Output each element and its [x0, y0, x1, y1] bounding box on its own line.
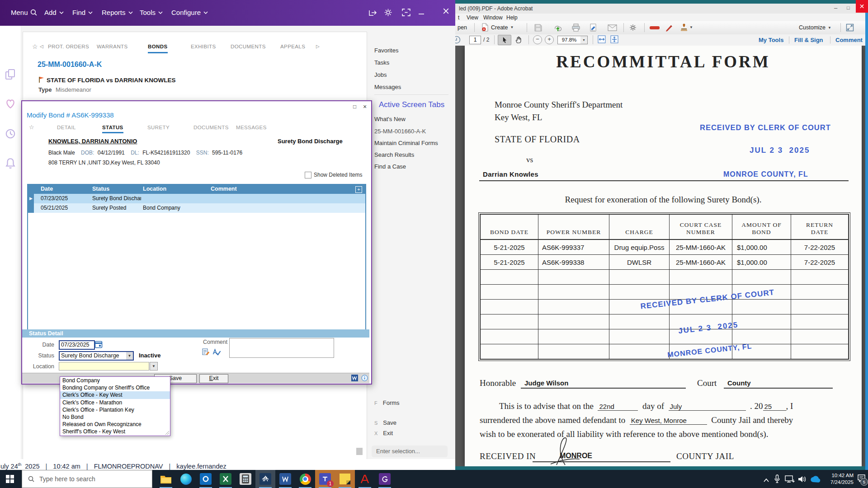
taskbar-edge[interactable] [176, 470, 196, 488]
close-icon[interactable] [442, 7, 450, 15]
option-no-bond[interactable]: No Bond [60, 413, 170, 421]
zoom-in-button[interactable]: + [545, 35, 554, 44]
dialog-tab-documents[interactable]: DOCUMENTS [193, 125, 229, 130]
tray-microphone-icon[interactable] [774, 474, 780, 485]
tab-bonds[interactable]: BONDS [148, 44, 168, 53]
collapse-left-icon[interactable]: ◁ [40, 44, 43, 49]
bell-icon[interactable] [5, 157, 16, 171]
taskbar-calculator[interactable] [236, 470, 255, 488]
dialog-close-icon[interactable]: × [363, 103, 367, 110]
comment-textarea[interactable] [229, 338, 334, 358]
acrobat-minimize-icon[interactable]: – [834, 5, 837, 11]
start-button[interactable] [0, 470, 20, 488]
tab-documents[interactable]: DOCUMENTS [231, 44, 266, 49]
location-input[interactable] [59, 362, 149, 371]
menu-item-configure[interactable]: Configure [171, 9, 208, 16]
tray-onedrive-icon[interactable] [810, 476, 821, 484]
minimize-icon[interactable] [418, 8, 425, 16]
highlight-minus-icon[interactable] [650, 26, 660, 29]
create-button[interactable]: Create ▼ [481, 23, 514, 32]
my-tools-button[interactable]: My Tools [759, 37, 783, 43]
tray-action-center-icon[interactable]: 5 [857, 474, 866, 484]
export-icon[interactable] [368, 8, 378, 17]
dialog-maximize-icon[interactable]: □ [353, 103, 356, 110]
menu-window[interactable]: Window [483, 14, 503, 21]
customize-button[interactable]: Customize ▼ [799, 24, 831, 31]
scroll-corner[interactable] [356, 448, 363, 455]
tab-warrants[interactable]: WARRANTS [97, 44, 128, 49]
sidebar-item-favorites[interactable]: Favorites [374, 47, 398, 54]
resize-grip-icon[interactable] [165, 430, 170, 435]
comment-button[interactable]: Comment [835, 37, 863, 43]
screen-tab-maintain-criminal-forms[interactable]: Maintain Criminal Forms [374, 140, 438, 146]
tray-clock[interactable]: 10:42 AM 7/24/2025 [824, 472, 854, 486]
fit-width-icon[interactable] [597, 35, 606, 45]
sidebar-item-messages[interactable]: Messages [374, 84, 401, 90]
grid-row[interactable]: 05/21/2025 Surety Posted Bond Company [28, 203, 365, 213]
zoom-dropdown-arrow[interactable]: ▼ [580, 36, 588, 44]
favorite-star-icon[interactable]: ☆ [32, 43, 38, 50]
grid-row-selected[interactable]: ▶ 07/23/2025 Surety Bond Discharge [28, 194, 365, 203]
sidebar-action-forms[interactable]: FForms [374, 399, 400, 406]
option-clerks-office-plantation-key[interactable]: Clerk's Office - Plantation Key [60, 406, 170, 413]
sidebar-item-jobs[interactable]: Jobs [374, 71, 387, 78]
taskbar-teams[interactable]: 1 [315, 470, 335, 488]
taskbar-acrobat[interactable] [355, 470, 375, 488]
grid-header-comment[interactable]: Comment [211, 186, 237, 192]
email-icon[interactable] [608, 24, 617, 33]
previous-view-icon[interactable] [455, 36, 461, 46]
acrobat-close-icon[interactable]: ✕ [856, 0, 868, 13]
pdf-document-area[interactable]: RECOMMITTAL FORM Monroe County Sheriff's… [455, 46, 865, 466]
taskbar-file-explorer[interactable] [156, 470, 176, 488]
sidebar-action-exit[interactable]: XExit [374, 430, 393, 436]
screen-tab-case[interactable]: 25-MM-001660-A-K [374, 128, 426, 135]
taskbar-word[interactable] [275, 470, 295, 488]
fill-and-sign-button[interactable]: Fill & Sign [794, 37, 823, 43]
option-bond-company[interactable]: Bond Company [60, 377, 170, 384]
pen-tool-icon[interactable] [665, 23, 674, 33]
spellcheck-icon[interactable] [212, 348, 221, 357]
screen-tab-find-a-case[interactable]: Find a Case [374, 163, 406, 170]
taskbar-sticky-notes[interactable] [335, 470, 355, 488]
tab-prot-orders[interactable]: PROT. ORDERS [48, 44, 89, 49]
copy-icon[interactable] [5, 69, 16, 82]
dialog-tab-detail[interactable]: DETAIL [57, 125, 76, 130]
date-input[interactable]: 07/23/2025 [59, 340, 95, 350]
menu-item-tools[interactable]: Tools [140, 9, 163, 16]
location-select-arrow[interactable]: ▼ [150, 362, 158, 371]
share-upload-icon[interactable] [553, 23, 562, 34]
print-icon[interactable] [571, 23, 580, 33]
acrobat-title-bar[interactable]: led (009).PDF - Adobe Acrobat – □ [455, 4, 865, 14]
fullscreen-icon[interactable] [401, 8, 411, 17]
sidebar-action-save[interactable]: SSave [374, 419, 396, 426]
taskbar-search-box[interactable]: Type here to search [22, 470, 152, 488]
save-icon[interactable] [534, 24, 542, 33]
tray-network-icon[interactable] [785, 475, 795, 485]
screen-tab-whats-new[interactable]: What's New [374, 116, 406, 122]
taskbar-g-app[interactable] [375, 470, 395, 488]
menu-view[interactable]: View [467, 14, 478, 21]
taskbar-outlook[interactable] [196, 470, 216, 488]
grid-header-status[interactable]: Status [92, 186, 109, 192]
tray-chevron-up-icon[interactable] [763, 476, 769, 484]
option-bonding-company-or-sheriffs-office[interactable]: Bonding Company or Sheriff's Office [60, 384, 170, 391]
word-icon[interactable] [351, 375, 358, 383]
menu-item-menu[interactable]: Menu [11, 9, 28, 16]
gear-icon[interactable] [383, 8, 393, 17]
grid-add-row-button[interactable]: + [355, 186, 362, 193]
menu-item-add[interactable]: Add [44, 9, 64, 16]
menu-item-find[interactable]: Find [72, 9, 93, 16]
menu-item-reports[interactable]: Reports [102, 9, 133, 16]
zoom-out-button[interactable]: − [533, 35, 542, 44]
hand-tool[interactable] [512, 35, 525, 44]
status-select[interactable]: Surety Bond Discharge [59, 351, 129, 361]
info-icon[interactable] [361, 375, 368, 383]
case-number[interactable]: 25-MM-001660-A-K [38, 61, 102, 69]
option-clerks-office-key-west[interactable]: Clerk's Office - Key West [60, 391, 170, 399]
show-deleted-checkbox[interactable] [305, 172, 311, 178]
screen-tab-search-results[interactable]: Search Results [374, 151, 414, 158]
zoom-level-input[interactable]: 97.8% [557, 36, 581, 44]
acrobat-maximize-icon[interactable]: □ [847, 5, 850, 10]
option-sheriffs-office-key-west[interactable]: Sheriff's Office - Key West [60, 428, 170, 435]
dialog-star-icon[interactable]: ☆ [29, 124, 34, 131]
